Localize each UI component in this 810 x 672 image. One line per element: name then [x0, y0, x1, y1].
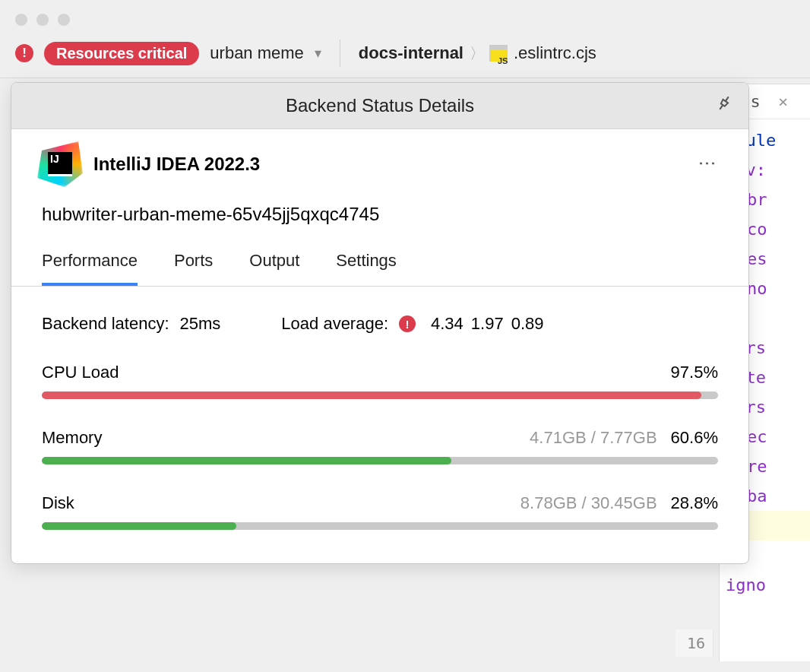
backend-status-popup: Backend Status Details IJ IntelliJ IDEA … [11, 82, 749, 564]
tab-ports[interactable]: Ports [174, 251, 213, 286]
ide-name: IntelliJ IDEA 2022.3 [93, 154, 260, 175]
metric-name: Memory [42, 428, 102, 448]
tab-performance[interactable]: Performance [42, 251, 138, 286]
progress-bar [42, 522, 718, 530]
popup-body: IJ IntelliJ IDEA 2022.3 ⋮ hubwriter-urba… [11, 129, 748, 563]
hostname: hubwriter-urban-meme-65v45jj5qxqc4745 [42, 204, 718, 225]
window-zoom-icon[interactable] [58, 14, 70, 26]
popup-header: Backend Status Details [11, 83, 748, 129]
window-close-icon[interactable] [15, 14, 27, 26]
metric-cpu-load: CPU Load97.5% [42, 363, 718, 399]
project-name[interactable]: urban meme [210, 43, 304, 63]
latency-value: 25ms [180, 314, 221, 334]
alert-icon: ! [15, 44, 33, 62]
popup-title: Backend Status Details [286, 95, 474, 116]
chevron-down-icon[interactable]: ▾ [315, 45, 321, 62]
progress-bar [42, 457, 718, 464]
load-label: Load average: [281, 314, 388, 334]
load-value: 1.97 [471, 314, 504, 333]
stats-row: Backend latency: 25ms Load average: ! 4.… [42, 314, 718, 334]
tabs: PerformancePortsOutputSettings [11, 251, 748, 287]
window-controls [0, 0, 810, 40]
alert-icon: ! [399, 315, 416, 332]
load-values: 4.341.970.89 [423, 314, 543, 334]
intellij-logo-icon: IJ [42, 146, 78, 182]
js-file-icon: JS [491, 45, 508, 62]
toolbar: ! Resources critical urban meme ▾ docs-i… [0, 40, 810, 78]
close-icon[interactable]: × [778, 92, 788, 111]
breadcrumb-separator-icon: 〉 [470, 43, 485, 64]
metric-detail: 4.71GB / 7.77GB [530, 428, 657, 448]
gutter-line-number: 16 [676, 629, 713, 657]
ide-row: IJ IntelliJ IDEA 2022.3 ⋮ [42, 146, 718, 182]
code-line: igno [726, 570, 810, 600]
metric-percent: 60.6% [671, 428, 718, 448]
breadcrumb-file[interactable]: .eslintrc.cjs [514, 43, 596, 63]
load-value: 0.89 [511, 314, 544, 333]
load-value: 4.34 [431, 314, 464, 333]
metric-disk: Disk8.78GB / 30.45GB28.8% [42, 493, 718, 530]
more-menu-icon[interactable]: ⋮ [697, 154, 718, 174]
metric-detail: 8.78GB / 30.45GB [520, 493, 657, 513]
window-minimize-icon[interactable] [36, 14, 49, 26]
metric-name: CPU Load [42, 363, 119, 382]
breadcrumb: docs-internal 〉 JS .eslintrc.cjs [359, 43, 596, 64]
latency-label: Backend latency: [42, 314, 169, 334]
status-badge[interactable]: Resources critical [44, 42, 199, 65]
tab-output[interactable]: Output [249, 251, 299, 286]
metric-memory: Memory4.71GB / 7.77GB60.6% [42, 428, 718, 464]
progress-bar [42, 391, 718, 399]
metric-name: Disk [42, 493, 74, 513]
tab-settings[interactable]: Settings [336, 251, 397, 286]
pin-icon[interactable] [708, 90, 736, 120]
metric-percent: 97.5% [671, 363, 718, 382]
metric-percent: 28.8% [671, 493, 718, 513]
progress-bar-fill [42, 391, 701, 399]
breadcrumb-project[interactable]: docs-internal [359, 43, 464, 63]
separator [340, 40, 340, 67]
progress-bar-fill [42, 522, 236, 530]
progress-bar-fill [42, 457, 451, 464]
